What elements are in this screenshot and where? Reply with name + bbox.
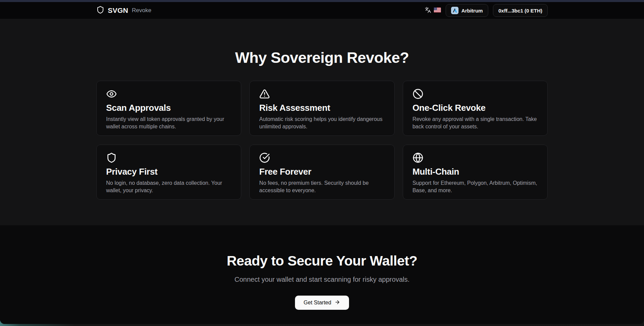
feature-card-one-click-revoke: One-Click Revoke Revoke any approval wit… [403, 81, 548, 136]
feature-title: Privacy First [106, 167, 231, 177]
network-selector-button[interactable]: Arbitrum [446, 4, 488, 17]
feature-title: Scan Approvals [106, 103, 231, 113]
wallet-address-button[interactable]: 0xff...3bc1 (0 ETH) [493, 4, 548, 17]
feature-card-scan-approvals: Scan Approvals Instantly view all token … [96, 81, 241, 136]
feature-title: Free Forever [259, 167, 385, 177]
feature-card-multi-chain: Multi-Chain Support for Ethereum, Polygo… [403, 145, 548, 200]
circle-check-icon [259, 152, 385, 163]
us-flag-icon[interactable] [434, 7, 441, 14]
feature-title: One-Click Revoke [413, 103, 538, 113]
feature-description: No login, no database, zero data collect… [106, 179, 231, 194]
shield-icon [96, 6, 104, 15]
feature-description: Support for Ethereum, Polygon, Arbitrum,… [413, 179, 538, 194]
feature-title: Risk Assessment [259, 103, 385, 113]
get-started-label: Get Started [304, 300, 331, 306]
globe-icon [413, 152, 538, 163]
alert-triangle-icon [259, 89, 385, 99]
browser-viewport: SVGN Revoke [0, 0, 644, 324]
navbar: SVGN Revoke [0, 2, 644, 19]
cta-subtext: Connect your wallet and start scanning f… [234, 276, 410, 283]
feature-description: Revoke any approval with a single transa… [413, 116, 538, 130]
network-name: Arbitrum [462, 8, 483, 14]
feature-description: No fees, no premium tiers. Security shou… [259, 179, 385, 194]
brand-logo[interactable]: SVGN Revoke [96, 6, 151, 15]
feature-card-free-forever: Free Forever No fees, no premium tiers. … [249, 145, 394, 200]
features-grid: Scan Approvals Instantly view all token … [96, 81, 548, 200]
brand-subtitle: Revoke [132, 7, 151, 14]
brand-name: SVGN [108, 6, 128, 15]
arrow-right-icon [335, 299, 340, 306]
get-started-button[interactable]: Get Started [295, 296, 349, 310]
shield-icon [106, 152, 231, 163]
features-section: Why Sovereign Revoke? Scan Approvals Ins… [0, 19, 644, 225]
cta-heading: Ready to Secure Your Wallet? [227, 253, 417, 269]
feature-card-privacy-first: Privacy First No login, no database, zer… [96, 145, 241, 200]
feature-description: Automatic risk scoring helps you identif… [259, 116, 385, 130]
wallet-address: 0xff...3bc1 (0 ETH) [498, 8, 542, 14]
feature-title: Multi-Chain [413, 167, 538, 177]
arbitrum-logo [451, 7, 459, 14]
ban-icon [413, 89, 538, 99]
feature-description: Instantly view all token approvals grant… [106, 116, 231, 130]
languages-icon [425, 7, 431, 15]
cta-section: Ready to Secure Your Wallet? Connect you… [0, 225, 644, 324]
eye-icon [106, 89, 231, 99]
language-switcher[interactable] [425, 7, 441, 15]
feature-card-risk-assessment: Risk Assessment Automatic risk scoring h… [249, 81, 394, 136]
features-heading: Why Sovereign Revoke? [0, 49, 644, 67]
